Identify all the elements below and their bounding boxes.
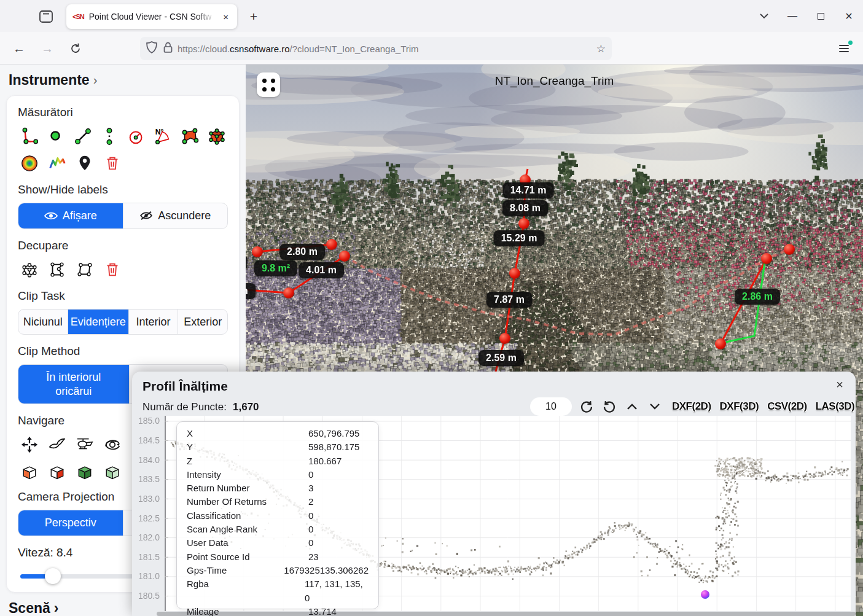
measurement-point-handle[interactable] [339,251,350,262]
navigate-move-icon[interactable] [18,434,41,456]
measure-delete-icon[interactable] [101,152,124,174]
maximize-button[interactable] [806,4,835,28]
export-las3d-button[interactable]: LAS(3D) [816,400,855,413]
export-dxf3d-button[interactable]: DXF(3D) [720,400,759,413]
close-button[interactable]: ✕ [835,4,863,28]
clip-task-option-niciunul[interactable]: Niciunul [18,310,68,335]
clip-method-option-în-interiorul-oricărui[interactable]: În interiorul oricărui [18,365,130,404]
info-value: 0 [308,468,313,481]
navigate-cube-front-icon[interactable] [45,461,69,483]
clip-clip-box-icon[interactable] [18,259,41,281]
info-row: Y598,870.175 [187,440,369,454]
url-bar[interactable]: https://cloud.csnsoftware.ro/?cloud=NT_I… [140,37,612,60]
measure-circle-icon[interactable] [125,125,148,147]
measurement-point-handle[interactable] [499,333,510,344]
export-csv2d-button[interactable]: CSV(2D) [767,400,807,413]
sidebar-title[interactable]: Instrumente› [9,72,246,88]
forward-button[interactable]: → [37,38,58,59]
info-value: 117, 131, 135, 0 [305,577,369,605]
measure-point-icon[interactable] [45,125,68,147]
clip-task-option-exterior[interactable]: Exterior [178,310,227,335]
shield-icon[interactable] [146,41,157,56]
scene-section-title[interactable]: Scenă› [9,600,58,616]
clip-task-option-interior[interactable]: Interior [129,310,179,335]
browser-tab[interactable]: <SN Point Cloud Viewer - CSN Softw × [66,4,237,29]
measurement-label: 2.86 m [735,289,780,305]
panel-close-icon[interactable]: × [836,378,843,392]
measurement-point-handle[interactable] [518,218,529,229]
new-tab-button[interactable]: + [244,7,263,26]
navigate-cube-back-icon[interactable] [101,461,124,483]
minimize-button[interactable]: — [778,4,806,28]
navigate-cube-left-icon[interactable] [18,461,41,483]
info-row: Point Source Id23 [187,550,369,564]
panel-controls: DXF(2D)DXF(3D)CSV(2D)LAS(3D) [530,397,854,416]
info-row: Gps-Time1679325135.306262 [187,564,369,577]
measurement-point-handle[interactable] [784,244,795,255]
measure-tools-row2 [18,152,228,174]
navigate-orbit-icon[interactable] [101,434,124,456]
measurement-label: 2.80 m [279,244,325,260]
y-axis-tick-label: 182.5 [138,513,159,523]
info-key: Return Number [187,481,308,495]
info-key: Number Of Returns [187,495,308,509]
info-value: 2 [308,495,313,509]
measure-area-icon[interactable] [179,125,201,147]
rotate-cw-icon[interactable] [579,399,595,415]
measurement-point-handle[interactable] [252,246,263,257]
chevron-right-icon: › [93,73,98,87]
chevron-down-icon[interactable] [647,399,663,415]
measure-profile-icon[interactable] [45,152,69,174]
measurement-point-handle[interactable] [715,338,726,349]
export-dxf2d-button[interactable]: DXF(2D) [672,400,711,413]
measure-azimuth-icon[interactable]: N° [152,125,174,147]
clip-task-label: Exterior [184,315,222,329]
tab-list-chevron-icon[interactable] [750,4,778,28]
viewport-menu-button[interactable] [257,72,280,97]
measurement-point-handle[interactable] [283,287,294,298]
measurement-point-handle[interactable] [326,239,337,250]
measure-volume-icon[interactable] [205,125,228,147]
clip-task-option-evidențiere[interactable]: Evidențiere [68,310,129,335]
url-text: https://cloud.csnsoftware.ro/?cloud=NT_I… [178,44,419,54]
height-profile-panel: Profil Înălțime × Număr de Puncte:1,670 … [132,372,856,616]
clip-delete-icon[interactable] [101,259,124,281]
chevron-right-icon: › [54,600,59,616]
navigate-fly-icon[interactable] [45,434,69,456]
measurement-label: 15.29 m [494,230,545,246]
show-hide-labels-option-afișare[interactable]: Afișare [18,203,123,228]
firefox-view-icon[interactable] [36,7,57,26]
measurement-line-salmon [345,249,789,335]
info-row: Z180.667 [187,454,369,468]
lock-icon[interactable] [163,42,173,56]
clip-clip-polygon-icon[interactable] [45,259,69,281]
back-button[interactable]: ← [9,38,29,59]
measure-angle-icon[interactable] [18,125,41,147]
clip-clip-plane-icon[interactable] [73,259,96,281]
bookmark-star-icon[interactable]: ☆ [596,42,606,55]
show-hide-labels-option-ascundere[interactable]: Ascundere [123,203,228,228]
navigate-helicopter-icon[interactable] [73,434,96,456]
navigate-cube-solid-icon[interactable] [73,461,96,483]
clip-task-label: Interior [136,315,171,329]
reload-icon[interactable] [65,38,86,59]
measure-height-icon[interactable] [98,125,121,147]
chevron-up-icon[interactable] [624,399,640,415]
measurement-point-handle[interactable] [509,268,520,279]
measure-tools-row1: N° [18,125,228,147]
selected-point-marker[interactable] [701,590,709,599]
info-row: X650,796.795 [187,427,369,440]
measure-annotation-icon[interactable] [73,152,96,174]
profile-width-input[interactable] [530,397,572,416]
measure-distance-icon[interactable] [71,125,94,147]
measure-height-colors-icon[interactable] [18,152,41,174]
show-hide-labels-label: Ascundere [158,209,211,223]
tab-close-icon[interactable]: × [221,10,231,23]
rotate-ccw-icon[interactable] [601,399,617,415]
camera-projection-option-perspectiv[interactable]: Perspectiv [18,510,123,536]
measurement-point-handle[interactable] [761,253,772,264]
y-axis-tick-label: 181.0 [138,571,159,581]
slider-thumb[interactable] [45,568,61,584]
menu-notification-dot [848,41,853,45]
measurement-label: 2 m [246,283,256,299]
